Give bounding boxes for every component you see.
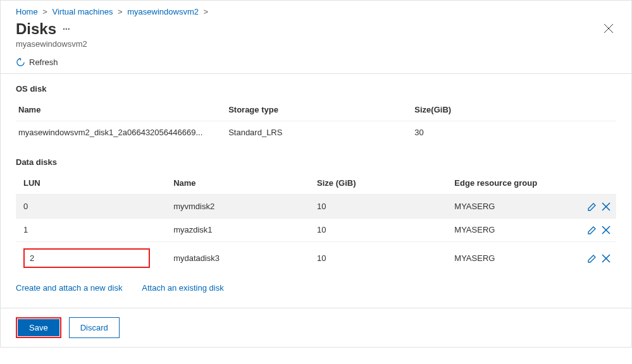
chevron-right-icon: > <box>118 7 123 16</box>
attach-existing-disk-link[interactable]: Attach an existing disk <box>142 283 223 293</box>
cell-group: MYASERG <box>447 218 578 242</box>
delete-icon[interactable] <box>601 202 611 212</box>
col-size: Size(GiB) <box>412 99 616 121</box>
breadcrumb: Home > Virtual machines > myasewindowsvm… <box>1 1 631 19</box>
breadcrumb-vm-name[interactable]: myasewindowsvm2 <box>127 7 199 16</box>
page-subtitle: myasewindowsvm2 <box>16 39 87 49</box>
cell-group: MYASERG <box>447 242 578 275</box>
refresh-button[interactable]: Refresh <box>16 58 58 67</box>
data-disks-section-title: Data disks <box>16 157 616 167</box>
save-button[interactable]: Save <box>18 319 59 336</box>
cell-size: 10 <box>309 218 447 242</box>
refresh-icon <box>16 58 25 67</box>
os-disk-table: Name Storage type Size(GiB) myasewindows… <box>16 99 616 143</box>
col-edge-resource-group: Edge resource group <box>447 172 578 195</box>
col-storage-type: Storage type <box>226 99 412 121</box>
data-disk-row: 2 mydatadisk3 10 MYASERG <box>16 242 616 275</box>
cell-size: 10 <box>309 195 447 219</box>
cell-lun: 1 <box>16 218 166 242</box>
data-disk-row: 1 myazdisk1 10 MYASERG <box>16 218 616 242</box>
page-title: Disks ··· <box>16 20 87 38</box>
os-disk-size: 30 <box>412 121 616 144</box>
create-attach-new-disk-link[interactable]: Create and attach a new disk <box>16 283 122 293</box>
cell-size: 10 <box>309 242 447 275</box>
chevron-right-icon: > <box>204 7 209 16</box>
breadcrumb-home[interactable]: Home <box>16 7 38 16</box>
discard-button[interactable]: Discard <box>69 317 120 338</box>
delete-icon[interactable] <box>601 225 611 235</box>
os-disk-storage-type: Standard_LRS <box>226 121 412 144</box>
os-disk-section-title: OS disk <box>16 84 616 94</box>
col-name: Name <box>166 172 309 195</box>
cell-group: MYASERG <box>447 195 578 219</box>
col-lun: LUN <box>16 172 166 195</box>
col-name: Name <box>16 99 226 121</box>
breadcrumb-virtual-machines[interactable]: Virtual machines <box>53 7 113 16</box>
edit-icon[interactable] <box>587 225 597 235</box>
lun-input[interactable]: 2 <box>23 248 150 268</box>
cell-name: myazdisk1 <box>166 218 309 242</box>
cell-lun: 0 <box>16 195 166 219</box>
close-icon[interactable] <box>601 19 616 39</box>
col-size: Size (GiB) <box>309 172 447 195</box>
chevron-right-icon: > <box>42 7 47 16</box>
os-disk-name: myasewindowsvm2_disk1_2a066432056446669.… <box>16 121 226 144</box>
cell-name: myvmdisk2 <box>166 195 309 219</box>
data-disks-table: LUN Name Size (GiB) Edge resource group … <box>16 172 616 274</box>
data-disk-row: 0 myvmdisk2 10 MYASERG <box>16 195 616 219</box>
delete-icon[interactable] <box>601 253 611 264</box>
edit-icon[interactable] <box>587 253 597 264</box>
more-icon[interactable]: ··· <box>60 24 70 34</box>
os-disk-row: myasewindowsvm2_disk1_2a066432056446669.… <box>16 121 616 144</box>
cell-name: mydatadisk3 <box>166 242 309 275</box>
edit-icon[interactable] <box>587 202 597 212</box>
